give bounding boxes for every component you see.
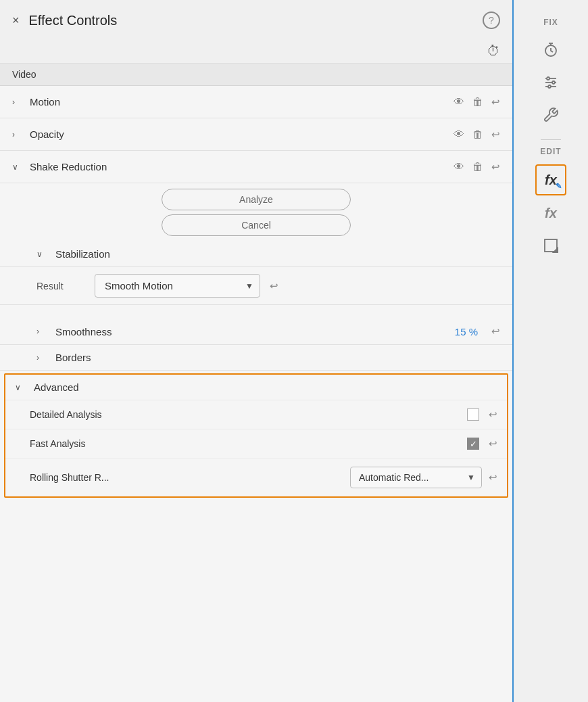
analyze-button[interactable]: Analyze xyxy=(162,189,351,210)
opacity-reset-icon[interactable]: ↩ xyxy=(491,128,500,141)
rolling-shutter-dropdown[interactable]: Automatic Red... Enhanced Reduction Off xyxy=(350,467,482,488)
advanced-chevron[interactable]: ∨ xyxy=(15,383,28,392)
content-area: Video › Motion 👁 🗑 ↩ › Opacity 👁 🗑 ↩ ∨ xyxy=(0,63,512,702)
analyze-section: Analyze Cancel xyxy=(0,183,512,241)
motion-chevron[interactable]: › xyxy=(12,97,26,107)
rolling-shutter-label: Rolling Shutter R... xyxy=(30,472,350,483)
fast-analysis-checkbox[interactable]: ✓ xyxy=(467,438,479,450)
stabilization-chevron[interactable]: ∨ xyxy=(36,250,50,259)
shake-visibility-icon[interactable]: 👁 xyxy=(454,161,464,173)
stabilization-header: ∨ Stabilization xyxy=(0,241,512,267)
fx-inactive-label: fx xyxy=(545,206,557,221)
motion-label: Motion xyxy=(30,96,454,108)
smoothness-label: Smoothness xyxy=(55,326,455,337)
smoothness-row: › Smoothness 15 % ↩ xyxy=(0,319,512,345)
header-left: × Effect Controls xyxy=(12,13,117,28)
svg-marker-8 xyxy=(553,248,558,253)
svg-point-6 xyxy=(548,85,551,88)
motion-visibility-icon[interactable]: 👁 xyxy=(454,96,464,108)
svg-rect-7 xyxy=(545,239,557,252)
detailed-analysis-label: Detailed Analysis xyxy=(30,409,467,420)
stabilization-label: Stabilization xyxy=(55,248,500,260)
header: × Effect Controls ? xyxy=(0,0,512,41)
fast-analysis-label: Fast Analysis xyxy=(30,438,467,449)
sidebar-wrench-icon[interactable] xyxy=(536,100,566,130)
panel-title: Effect Controls xyxy=(29,13,118,28)
cancel-button[interactable]: Cancel xyxy=(162,214,351,236)
shake-reduction-chevron[interactable]: ∨ xyxy=(12,162,26,172)
advanced-label: Advanced xyxy=(34,381,79,393)
advanced-section: ∨ Advanced Detailed Analysis ↩ Fast Anal… xyxy=(4,373,508,498)
timer-icon[interactable]: ⏱ xyxy=(487,43,500,59)
opacity-row: › Opacity 👁 🗑 ↩ xyxy=(0,118,512,151)
sidebar-timer-icon[interactable] xyxy=(536,35,566,65)
fast-analysis-row: Fast Analysis ✓ ↩ xyxy=(5,429,507,459)
smoothness-chevron[interactable]: › xyxy=(36,327,50,336)
result-row: Result Smooth Motion No Motion ▼ ↩ xyxy=(0,267,512,305)
detailed-analysis-checkbox[interactable] xyxy=(467,408,479,421)
borders-label: Borders xyxy=(55,352,500,363)
motion-row: › Motion 👁 🗑 ↩ xyxy=(0,86,512,118)
motion-reset-icon[interactable]: ↩ xyxy=(491,96,500,108)
opacity-visibility-icon[interactable]: 👁 xyxy=(454,128,464,141)
svg-point-5 xyxy=(552,81,555,84)
motion-delete-icon[interactable]: 🗑 xyxy=(472,96,483,108)
fx-edit-marker: ✎ xyxy=(556,182,562,191)
detailed-analysis-reset[interactable]: ↩ xyxy=(489,408,497,421)
svg-point-4 xyxy=(547,77,549,80)
close-icon[interactable]: × xyxy=(12,14,20,28)
result-reset-icon[interactable]: ↩ xyxy=(270,280,278,292)
result-dropdown-container: Smooth Motion No Motion ▼ xyxy=(95,274,260,298)
detailed-analysis-row: Detailed Analysis ↩ xyxy=(5,400,507,429)
shake-reduction-label: Shake Reduction xyxy=(30,161,454,172)
fx-active-button[interactable]: fx ✎ xyxy=(535,164,566,195)
video-section-header: Video xyxy=(0,64,512,86)
shake-reduction-icons: 👁 🗑 ↩ xyxy=(454,161,500,173)
borders-chevron[interactable]: › xyxy=(36,353,50,362)
smoothness-reset-icon[interactable]: ↩ xyxy=(491,325,500,337)
right-sidebar: FIX EDIT fx ✎ fx xyxy=(514,0,588,702)
fast-analysis-reset[interactable]: ↩ xyxy=(489,438,497,450)
edit-label: EDIT xyxy=(540,147,561,156)
motion-icons: 👁 🗑 ↩ xyxy=(454,96,500,108)
fx-inactive-button[interactable]: fx xyxy=(536,198,566,228)
main-panel: × Effect Controls ? ⏱ Video › Motion 👁 🗑… xyxy=(0,0,514,702)
borders-row: › Borders xyxy=(0,345,512,371)
sidebar-crop-icon[interactable] xyxy=(536,231,566,260)
opacity-delete-icon[interactable]: 🗑 xyxy=(472,128,483,141)
shake-reduction-row: ∨ Shake Reduction 👁 🗑 ↩ xyxy=(0,151,512,183)
sidebar-sliders-icon[interactable] xyxy=(536,68,566,97)
shake-delete-icon[interactable]: 🗑 xyxy=(472,161,483,173)
rolling-shutter-dropdown-container: Automatic Red... Enhanced Reduction Off … xyxy=(350,467,482,488)
help-icon[interactable]: ? xyxy=(483,11,500,29)
shake-reset-icon[interactable]: ↩ xyxy=(491,161,500,173)
result-label: Result xyxy=(36,281,84,291)
result-dropdown[interactable]: Smooth Motion No Motion xyxy=(95,274,260,298)
opacity-label: Opacity xyxy=(30,128,454,140)
timer-row: ⏱ xyxy=(0,41,512,63)
opacity-icons: 👁 🗑 ↩ xyxy=(454,128,500,141)
spacer xyxy=(0,305,512,319)
rolling-shutter-reset[interactable]: ↩ xyxy=(489,471,497,484)
advanced-header: ∨ Advanced xyxy=(5,375,507,400)
smoothness-value[interactable]: 15 % xyxy=(455,326,478,337)
fix-label: FIX xyxy=(543,18,558,27)
sidebar-divider xyxy=(541,139,561,140)
rolling-shutter-row: Rolling Shutter R... Automatic Red... En… xyxy=(5,459,507,496)
opacity-chevron[interactable]: › xyxy=(12,130,26,139)
